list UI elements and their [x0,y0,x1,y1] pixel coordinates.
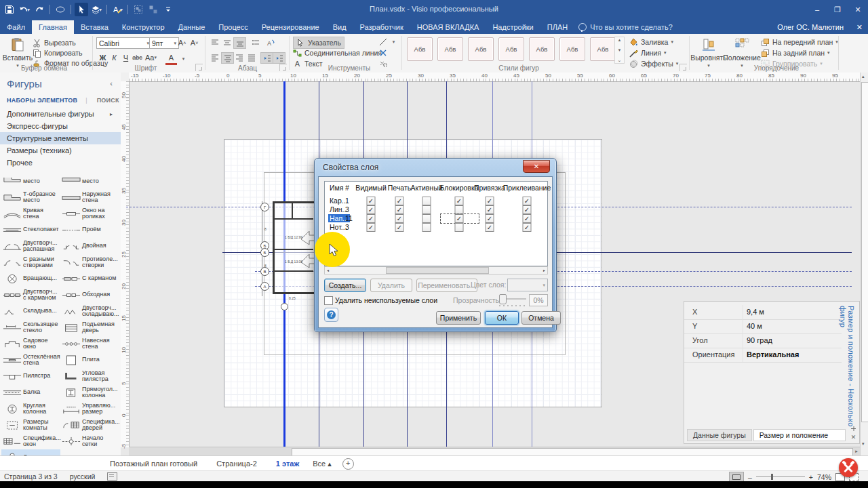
align-middle-icon[interactable] [221,37,233,47]
zoom-in-icon[interactable]: + [809,473,813,481]
collapse-panel-icon[interactable]: ‹ [110,79,113,87]
shape-item[interactable]: Двустворч... складываю... [60,303,119,319]
tab-Надстройки[interactable]: Надстройки [486,20,540,34]
status-language[interactable]: русский [70,472,96,481]
shape-style-swatch[interactable]: Абв [437,37,463,61]
shape-style-swatch[interactable]: Абв [498,37,524,61]
save-icon[interactable] [3,3,16,16]
layer-checkbox[interactable]: ✓ [367,205,376,214]
layer-row[interactable]: Лин...3✓✓✓✓ [325,205,547,214]
tell-me-box[interactable]: Что вы хотите сделать? [578,23,673,34]
presentation-mode-icon[interactable] [729,472,744,482]
layer-checkbox[interactable] [422,205,431,214]
layer-name[interactable]: Нот... [330,223,347,231]
shape-item[interactable]: Управляю... размер [60,401,119,417]
shape-style-swatch[interactable]: Абв [590,37,616,61]
shape-item[interactable]: Складыва... [1,303,60,319]
vscroll-down-icon[interactable]: ▾ [862,441,865,447]
vscroll-thumb[interactable] [861,82,868,422]
tab-stencils[interactable]: НАБОРЫ ЭЛЕМЕНТОВ [7,97,77,104]
shape-item[interactable]: Специфика... дверей [60,417,119,433]
shape-item[interactable]: Балка [1,384,60,401]
shape-item[interactable]: Наружная стена [60,189,119,205]
tab-ПЛАН[interactable]: ПЛАН [540,20,574,34]
layer-checkbox[interactable]: ✓ [523,223,532,232]
redo-icon[interactable] [33,3,46,16]
font-style-icon[interactable]: A▾ [111,3,124,16]
layer-checkbox[interactable]: ✓ [455,197,464,205]
shape-item[interactable]: Угловая пилястра [60,368,119,384]
zoom-slider-thumb[interactable] [771,474,773,480]
shape-item[interactable]: С карманом [60,270,119,287]
layer-table-scrollbar[interactable]: ◂ ▸ [324,266,548,274]
remove-unused-checkbox[interactable] [324,296,333,305]
font-style-dropdown-icon[interactable]: ▾ [120,7,123,13]
tab-search[interactable]: ПОИСК [97,97,119,104]
shape-item[interactable]: Скользящее стекло [1,319,60,336]
tab-Вид[interactable]: Вид [326,20,353,34]
align-bottom-icon[interactable] [233,37,246,49]
send-to-back-button[interactable]: На задний план▾ [761,47,830,58]
font-size-combo[interactable]: 9пт▾ [149,37,179,49]
shape-style-swatch[interactable]: Абв [529,37,555,61]
page-tab[interactable]: Поэтажный план готовый [100,460,207,468]
user-account[interactable]: Олег ОС. Малютин [777,23,844,31]
layer-checkbox[interactable]: ✓ [486,223,494,232]
bold-button[interactable]: Ж [97,52,108,63]
size-row-value[interactable]: 9,4 м [747,308,764,316]
styles-dialog-launcher-icon[interactable] [679,64,687,71]
paragraph-dialog-launcher-icon[interactable] [279,64,287,71]
tab-Рецензирование[interactable]: Рецензирование [255,20,326,34]
tab-НОВАЯ ВКЛАДКА[interactable]: НОВАЯ ВКЛАДКА [410,20,486,34]
ltscroll-thumb[interactable] [386,267,489,274]
shape-item[interactable]: Круглая колонна [1,401,60,417]
tab-size-position[interactable]: Размер и положение [753,429,846,441]
layer-checkbox[interactable]: ✓ [367,223,376,232]
size-row-value[interactable]: 90 град [747,336,772,344]
layer-row[interactable]: Нот...3✓✓✓✓ [325,223,547,232]
shape-style-swatch[interactable]: Абв [407,37,433,61]
new-layer-button[interactable]: Создать... [324,279,366,292]
size-row-value[interactable]: Вертикальная [747,350,799,359]
layer-checkbox[interactable]: ✓ [367,214,376,223]
pin-icon[interactable] [850,426,856,432]
shape-item[interactable]: Остеклённая стена [1,352,60,368]
hscroll-right-icon[interactable]: ▸ [853,447,860,455]
underline-button[interactable]: Ч [120,52,132,63]
stencil-item[interactable]: Прочее [0,157,121,169]
zoom-slider[interactable] [756,476,805,477]
shrink-font-icon[interactable]: A˅ [189,37,200,48]
layer-checkbox[interactable]: ✓ [523,214,532,223]
change-case-button[interactable]: Aa▾ [145,52,157,63]
shape-item[interactable]: Двойная [60,238,119,254]
font-color-dropdown-icon[interactable]: ▾ [178,54,189,64]
shape-item[interactable]: С разными створками [1,254,60,270]
shape-item[interactable]: Подъемная дверь [60,319,119,336]
effects-button[interactable]: Эффекты▾ [629,58,678,69]
fill-button[interactable]: Заливка▾ [629,37,673,47]
shape-item[interactable]: Проём [60,222,119,238]
layer-table[interactable]: Имя#ВидимыйПечатьАктивныйБлокировкаПривя… [324,181,548,266]
connection-point-tool-icon[interactable] [377,47,389,58]
gallery-more-icon[interactable]: ⌄ [618,58,622,63]
layer-checkbox[interactable] [455,223,464,232]
line-tool-dropdown-icon[interactable]: ▾ [388,37,399,47]
close-button[interactable]: ✕ [848,0,868,19]
cancel-button[interactable]: Отмена [521,311,561,325]
apply-button[interactable]: Применить [436,311,481,325]
undo-dropdown-icon[interactable]: ▾ [27,7,30,13]
tab-shape-data[interactable]: Данные фигуры [687,429,752,441]
shape-item[interactable]: Окно на роликах [60,205,119,222]
layer-checkbox[interactable] [422,197,431,205]
tab-Разработчик[interactable]: Разработчик [353,20,410,34]
size-position-row[interactable]: ОриентацияВертикальная [684,348,842,363]
zoom-out-icon[interactable]: – [748,473,752,481]
document-close-icon[interactable]: ✕ [856,23,863,32]
size-position-row[interactable]: Y40 м [684,319,842,334]
minimize-button[interactable]: – [807,0,827,19]
vscroll-up-icon[interactable]: ▴ [862,74,865,79]
connector-tool-button[interactable]: Соединительная линия [293,47,382,58]
shape-item[interactable]: Т-образное место [1,189,60,205]
shape-item[interactable]: Вращающ... [1,270,60,287]
justify-icon[interactable] [245,52,257,62]
